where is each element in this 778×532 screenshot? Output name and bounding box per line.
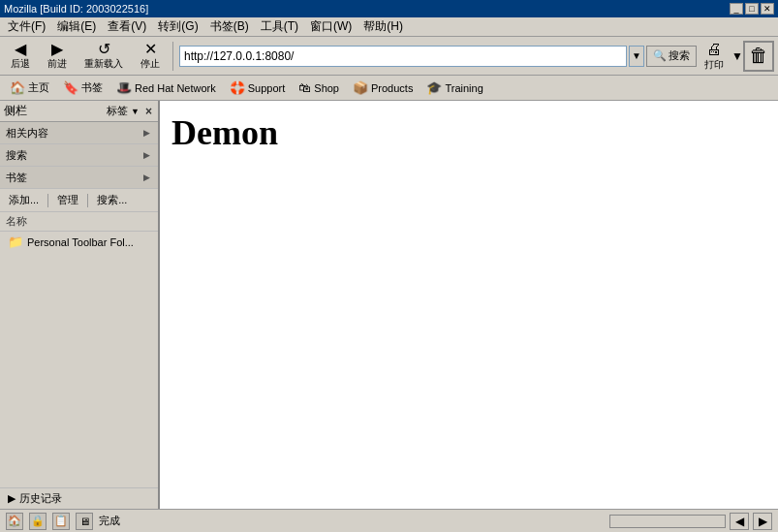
stop-button[interactable]: ✕ 停止 — [134, 40, 167, 73]
close-button[interactable]: ✕ — [761, 3, 774, 15]
web-content: Demon — [160, 101, 778, 509]
sidebar: 侧栏 标签 ▼ × 相关内容 ▶ 搜索 ▶ — [0, 101, 160, 509]
search-label: 搜索 — [669, 48, 690, 63]
bookmark-item-label: Personal Toolbar Fol... — [27, 236, 134, 248]
menu-window[interactable]: 窗口(W) — [304, 16, 358, 37]
home-icon: 🏠 — [10, 80, 25, 95]
folder-icon: 📁 — [8, 235, 23, 249]
products-nav-button[interactable]: 📦 Products — [347, 78, 419, 99]
search-section-header[interactable]: 搜索 ▶ — [0, 144, 158, 166]
bookmarks-panel: 添加... 管理 搜索... 名称 📁 Personal Toolbar Fol… — [0, 189, 158, 487]
forward-button[interactable]: ▶ 前进 — [41, 40, 74, 73]
status-right-btn-1[interactable]: ◀ — [730, 513, 749, 530]
statusbar-icon-3[interactable]: 📋 — [52, 513, 70, 530]
products-icon: 📦 — [353, 80, 368, 95]
history-arrow-icon: ▶ — [8, 492, 16, 505]
sidebar-header: 侧栏 标签 ▼ × — [0, 101, 158, 122]
menu-file[interactable]: 文件(F) — [2, 16, 51, 37]
products-label: Products — [371, 82, 413, 94]
sidebar-resize-handle[interactable] — [154, 101, 158, 509]
toolbar: ◀ 后退 ▶ 前进 ↺ 重新载入 ✕ 停止 ▼ 🔍 搜索 🖨 打印 ▼ 🗑 — [0, 37, 778, 76]
status-right-btn-2[interactable]: ▶ — [753, 513, 772, 530]
reload-icon: ↺ — [98, 42, 110, 57]
page-heading: Demon — [171, 112, 766, 153]
bookmarks-section-label: 书签 — [6, 171, 27, 185]
print-label: 打印 — [704, 58, 724, 72]
window-controls: _ □ ✕ — [730, 3, 774, 15]
support-icon: 🛟 — [230, 80, 245, 95]
back-label: 后退 — [11, 57, 30, 71]
reload-label: 重新载入 — [84, 57, 123, 71]
statusbar-icon-1[interactable]: 🏠 — [6, 513, 23, 530]
sidebar-section-bookmarks[interactable]: 书签 ▶ — [0, 167, 158, 189]
sidebar-title: 侧栏 — [4, 104, 27, 117]
maximize-button[interactable]: □ — [745, 3, 759, 15]
stop-label: 停止 — [140, 57, 160, 71]
bookmarks-nav-button[interactable]: 🔖 书签 — [57, 78, 109, 99]
bm-separator-2 — [87, 194, 88, 207]
sidebar-section-related[interactable]: 相关内容 ▶ — [0, 122, 158, 144]
training-icon: 🎓 — [426, 80, 442, 95]
redhat-icon: 🎩 — [116, 80, 132, 95]
shop-label: Shop — [314, 82, 339, 94]
redhat-label: Red Hat Network — [135, 82, 216, 94]
search-section-label: 搜索 — [6, 148, 27, 163]
support-label: Support — [248, 82, 286, 94]
statusbar: 🏠 🔒 📋 🖥 完成 ◀ ▶ — [0, 509, 778, 532]
training-label: Training — [445, 82, 482, 94]
forward-icon: ▶ — [51, 42, 63, 57]
menu-goto[interactable]: 转到(G) — [152, 16, 203, 37]
statusbar-icon-4[interactable]: 🖥 — [76, 513, 93, 530]
back-icon: ◀ — [15, 42, 26, 57]
forward-label: 前进 — [47, 57, 67, 71]
sidebar-section-search[interactable]: 搜索 ▶ — [0, 144, 158, 167]
shop-icon: 🛍 — [298, 80, 311, 95]
trash-button[interactable]: 🗑 — [743, 41, 774, 72]
titlebar: Mozilla [Build ID: 2003022516] _ □ ✕ — [0, 0, 778, 17]
title-text: Mozilla [Build ID: 2003022516] — [4, 3, 148, 15]
menu-help[interactable]: 帮助(H) — [358, 16, 409, 37]
add-bookmark-button[interactable]: 添加... — [4, 191, 44, 209]
address-input[interactable] — [179, 46, 627, 67]
print-button[interactable]: 🖨 打印 — [700, 39, 728, 74]
sidebar-label: 侧栏 — [4, 103, 27, 119]
trash-icon: 🗑 — [749, 45, 768, 67]
search-button[interactable]: 🔍 搜索 — [646, 46, 697, 67]
address-dropdown-button[interactable]: ▼ — [629, 46, 644, 67]
related-arrow-icon: ▶ — [143, 128, 150, 138]
reload-button[interactable]: ↺ 重新载入 — [78, 40, 130, 73]
bookmarks-section-header[interactable]: 书签 ▶ — [0, 167, 158, 188]
bookmarks-label: 书签 — [81, 80, 103, 95]
support-nav-button[interactable]: 🛟 Support — [224, 78, 292, 99]
minimize-button[interactable]: _ — [730, 3, 743, 15]
menu-tools[interactable]: 工具(T) — [255, 16, 304, 37]
tab-text: 标签 — [107, 104, 128, 118]
sidebar-close-button[interactable]: × — [143, 105, 154, 118]
search-bookmarks-button[interactable]: 搜索... — [92, 191, 132, 209]
shop-nav-button[interactable]: 🛍 Shop — [293, 78, 345, 99]
menu-view[interactable]: 查看(V) — [102, 16, 152, 37]
print-icon: 🖨 — [706, 41, 722, 58]
statusbar-icon-2[interactable]: 🔒 — [29, 513, 47, 530]
back-button[interactable]: ◀ 后退 — [4, 40, 37, 73]
menu-bookmarks[interactable]: 书签(B) — [204, 16, 255, 37]
redhat-nav-button[interactable]: 🎩 Red Hat Network — [110, 78, 222, 99]
statusbar-left: 🏠 🔒 📋 🖥 完成 — [6, 513, 120, 530]
address-bar: ▼ 🔍 搜索 — [179, 46, 697, 67]
related-section-header[interactable]: 相关内容 ▶ — [0, 122, 158, 143]
training-nav-button[interactable]: 🎓 Training — [420, 78, 488, 99]
print-dropdown-arrow: ▼ — [731, 49, 735, 63]
toolbar-separator — [172, 42, 173, 71]
menubar: 文件(F) 编辑(E) 查看(V) 转到(G) 书签(B) 工具(T) 窗口(W… — [0, 17, 778, 37]
manage-bookmarks-button[interactable]: 管理 — [52, 191, 83, 209]
home-nav-button[interactable]: 🏠 主页 — [4, 78, 55, 99]
navigation-bar: 🏠 主页 🔖 书签 🎩 Red Hat Network 🛟 Support 🛍 … — [0, 76, 778, 101]
history-section[interactable]: ▶ 历史记录 — [0, 487, 158, 509]
list-item[interactable]: 📁 Personal Toolbar Fol... — [0, 232, 158, 252]
stop-icon: ✕ — [144, 42, 157, 57]
progress-bar — [609, 515, 726, 528]
menu-edit[interactable]: 编辑(E) — [51, 16, 102, 37]
home-label: 主页 — [28, 80, 49, 95]
tab-dropdown-icon: ▼ — [131, 107, 140, 116]
related-label: 相关内容 — [6, 126, 48, 141]
